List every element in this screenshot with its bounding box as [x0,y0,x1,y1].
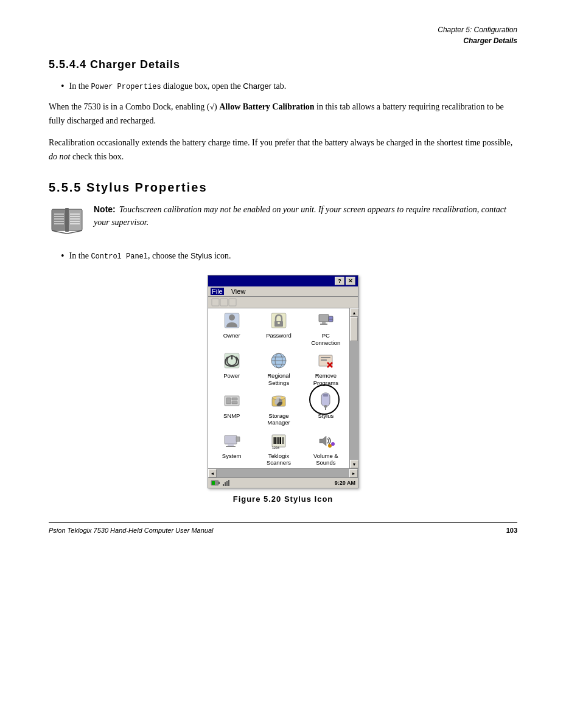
bullet-text-2: In the Control Panel, choose the Stylus … [69,249,231,262]
control-panel-window: ? ✕ File View [208,275,358,488]
regional-settings-icon [269,351,288,370]
stylus-svg [316,392,335,410]
pc-connection-label: PCConnection [311,332,340,346]
svg-rect-41 [232,398,237,400]
system-svg [223,432,241,450]
svg-rect-24 [329,316,333,322]
cp-item-owner[interactable]: Owner [208,308,255,348]
section-544-para2: Recalibration occasionally extends the b… [49,136,517,164]
svg-rect-36 [321,359,327,361]
do-not-text: do not [49,152,70,161]
figure-container: ? ✕ File View [49,275,517,504]
cp-item-snmp[interactable]: SNMP [208,389,255,429]
power-svg [223,352,241,370]
cp-bottom-row: ◄ ► [208,468,358,477]
cp-item-stylus[interactable]: Stylus [302,389,349,429]
cp-item-password[interactable]: Password [255,308,302,348]
scroll-right-button[interactable]: ► [349,469,358,477]
svg-point-48 [324,405,327,407]
cp-menubar: File View [208,286,358,297]
svg-rect-22 [322,322,326,324]
owner-svg [223,311,241,330]
footer-page-number: 103 [506,527,517,534]
snmp-svg [223,392,241,410]
svg-rect-21 [319,314,329,322]
svg-rect-50 [225,435,237,444]
svg-rect-71 [226,481,228,486]
control-panel-code: Control Panel [91,252,148,261]
section-544-bullet1: • In the Power Properties dialogue box, … [61,80,517,93]
svg-rect-68 [212,481,215,485]
svg-rect-51 [228,444,234,446]
power-properties-code: Power Properties [91,83,161,91]
cp-content-wrapper: Owner Password [208,308,358,468]
cp-titlebar-buttons: ? ✕ [335,277,355,285]
system-label: System [222,452,242,459]
svg-point-64 [328,444,332,448]
cp-menu-file[interactable]: File [211,288,224,295]
svg-text:1234: 1234 [272,446,279,449]
svg-rect-35 [321,357,330,358]
svg-rect-53 [236,437,240,442]
remove-programs-label: RemovePrograms [313,372,338,386]
section-555-bullet1: • In the Control Panel, choose the Stylu… [61,249,517,263]
page: Chapter 5: Configuration Charger Details… [0,0,566,552]
regional-settings-label: RegionalSettings [267,372,290,386]
pc-connection-icon [316,311,335,330]
cp-menu-view[interactable]: View [230,288,247,295]
scroll-track [350,317,358,460]
stylus-icon [316,391,335,411]
remove-programs-svg [316,352,335,370]
cp-item-teklogix-scanners[interactable]: 1234 TeklogixScanners [255,429,302,469]
svg-point-65 [331,442,335,446]
scroll-thumb [350,317,358,341]
cp-grid: Owner Password [208,308,349,468]
status-icons [211,479,229,487]
system-icon [222,431,242,451]
cp-close-button[interactable]: ✕ [346,277,355,285]
chapter-line: Chapter 5: Configuration [49,24,517,35]
teklogix-scanners-label: TeklogixScanners [267,452,291,466]
svg-rect-69 [223,484,224,486]
note-text: Touchscreen calibration may not be enabl… [94,205,506,227]
cp-item-system[interactable]: System [208,429,255,469]
password-label: Password [266,332,292,339]
allow-battery-calibration-text: Allow Battery Calibration [219,102,314,111]
footer-title: Psion Teklogix 7530 Hand-Held Computer U… [49,527,213,534]
cp-help-button[interactable]: ? [335,277,344,285]
h-scroll-track [217,469,349,477]
svg-rect-52 [226,446,236,447]
password-svg [270,311,288,330]
scroll-down-button[interactable]: ▼ [350,460,358,468]
note-book-icon [49,203,85,240]
power-label: Power [223,372,240,379]
cp-scrollbar[interactable]: ▲ ▼ [349,308,358,468]
svg-rect-15 [229,299,236,306]
bullet-symbol: • [61,80,65,93]
cp-titlebar: ? ✕ [208,276,358,286]
cp-h-scroll[interactable]: ◄ ► [208,469,358,477]
password-icon [269,311,288,330]
volume-sounds-svg [316,432,335,450]
svg-rect-2 [65,208,69,232]
storage-manager-label: StorageManager [267,412,290,426]
volume-sounds-icon [316,431,335,451]
cp-item-pc-connection[interactable]: PCConnection [302,308,349,348]
note-block: Note:Touchscreen calibration may not be … [49,203,517,240]
cp-item-power[interactable]: Power [208,348,255,389]
cp-item-volume-sounds[interactable]: Volume &Sounds [302,429,349,469]
cp-item-remove-programs[interactable]: RemovePrograms [302,348,349,389]
bullet-symbol-2: • [61,249,65,263]
cp-item-regional-settings[interactable]: RegionalSettings [255,348,302,389]
snmp-icon [222,391,242,411]
volume-sounds-label: Volume &Sounds [313,452,338,466]
regional-settings-svg [270,352,288,370]
scroll-up-button[interactable]: ▲ [350,308,358,317]
svg-rect-47 [323,394,328,397]
power-icon [222,351,242,370]
teklogix-scanners-icon: 1234 [269,431,288,451]
scroll-left-button[interactable]: ◄ [208,469,217,477]
teklogix-scanners-svg: 1234 [270,432,288,450]
cp-item-storage-manager[interactable]: StorageManager [255,389,302,429]
note-content: Note:Touchscreen calibration may not be … [94,203,517,229]
